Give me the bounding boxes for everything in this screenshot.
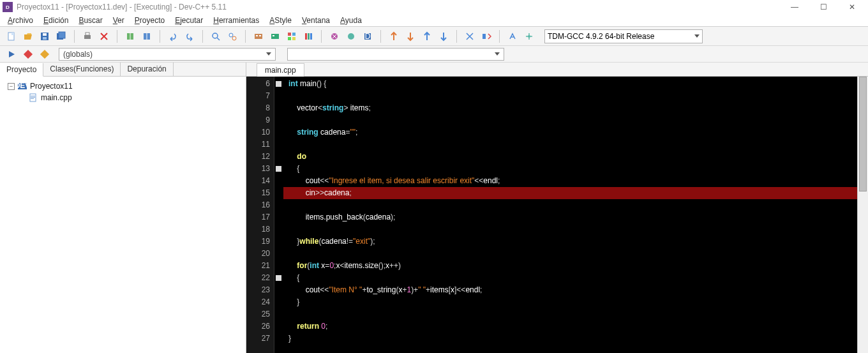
- svg-rect-30: [24, 49, 33, 58]
- minimize-button[interactable]: —: [786, 1, 804, 13]
- collapse-icon[interactable]: −: [8, 83, 15, 90]
- code-line[interactable]: [283, 90, 857, 102]
- svg-rect-7: [84, 35, 91, 39]
- svg-rect-1: [11, 33, 14, 35]
- code-line[interactable]: [283, 139, 857, 151]
- chevron-down-icon: [266, 52, 271, 56]
- insert-icon[interactable]: [523, 30, 535, 43]
- maximize-button[interactable]: ☐: [815, 1, 832, 13]
- panel-tab-0[interactable]: Proyecto: [0, 63, 43, 77]
- debug-step-icon[interactable]: [38, 48, 51, 61]
- code-line[interactable]: items.push_back(cadena);: [283, 211, 857, 223]
- comment-icon[interactable]: [463, 30, 476, 43]
- file-tab[interactable]: main.cpp: [257, 63, 304, 77]
- save-all-icon[interactable]: [55, 30, 68, 43]
- compile-icon[interactable]: [252, 30, 265, 43]
- code-line[interactable]: }while(cadena!="exit");: [283, 236, 857, 248]
- menu-ejecutar[interactable]: Ejecutar: [171, 15, 207, 26]
- code-line[interactable]: [283, 308, 857, 320]
- menu-herramientas[interactable]: Herramientas: [209, 15, 263, 26]
- save-icon[interactable]: [38, 30, 51, 43]
- code-line[interactable]: [283, 199, 857, 211]
- code-line[interactable]: [283, 248, 857, 260]
- close-button[interactable]: ✕: [844, 1, 860, 13]
- vertical-scrollbar[interactable]: [857, 77, 868, 353]
- code-line[interactable]: }: [283, 333, 857, 345]
- code-line[interactable]: for(int x=0;x<items.size();x++): [283, 260, 857, 272]
- code-content[interactable]: int main() { vector<string> items; strin…: [283, 77, 857, 353]
- svg-text:D: D: [365, 32, 371, 41]
- new-file-icon[interactable]: [5, 30, 18, 43]
- code-editor[interactable]: 6789101112131415161718192021222324252627…: [246, 77, 868, 353]
- menu-buscar[interactable]: Buscar: [75, 15, 106, 26]
- code-line[interactable]: cout<<"Ingrese el item, si desea salir e…: [283, 175, 857, 187]
- code-line[interactable]: [283, 114, 857, 126]
- svg-rect-37: [31, 98, 34, 99]
- code-line[interactable]: string cadena="";: [283, 126, 857, 139]
- astyle-icon[interactable]: [506, 30, 519, 43]
- menu-ayuda[interactable]: Ayuda: [336, 15, 366, 26]
- syntax-icon[interactable]: D: [361, 30, 374, 43]
- redo-icon[interactable]: [183, 30, 196, 43]
- panel-tab-2[interactable]: Depuración: [121, 63, 173, 76]
- code-line[interactable]: cin>>cadena;: [283, 187, 857, 199]
- svg-rect-31: [40, 49, 49, 58]
- code-line[interactable]: [283, 223, 857, 236]
- debug-icon[interactable]: [328, 30, 341, 43]
- menu-astyle[interactable]: AStyle: [266, 15, 296, 26]
- panel-tab-1[interactable]: Clases(Funciones): [43, 63, 121, 76]
- rebuild-icon[interactable]: [302, 30, 315, 43]
- compile-run-icon[interactable]: [285, 30, 298, 43]
- chevron-down-icon: [694, 34, 700, 38]
- svg-rect-36: [31, 97, 35, 98]
- code-line[interactable]: return 0;: [283, 320, 857, 333]
- code-line[interactable]: {: [283, 163, 857, 175]
- bookmark-icon[interactable]: [421, 30, 433, 43]
- cpp-file-icon: [28, 93, 38, 103]
- profile-icon[interactable]: [345, 30, 357, 43]
- uncomment-icon[interactable]: [480, 30, 493, 43]
- code-line[interactable]: {: [283, 272, 857, 284]
- book-icon[interactable]: [124, 30, 137, 43]
- class-select[interactable]: [287, 48, 504, 61]
- tree-project-row[interactable]: − DEV Proyectox11: [5, 80, 241, 92]
- menu-ventana[interactable]: Ventana: [298, 15, 334, 26]
- goto-next-icon[interactable]: [404, 30, 417, 43]
- menu-archivo[interactable]: Archivo: [4, 15, 37, 26]
- book2-icon[interactable]: [140, 30, 153, 43]
- code-line[interactable]: cout<<"Item N° "+to_string(x+1)+" "+item…: [283, 284, 857, 296]
- delete-icon[interactable]: [98, 30, 110, 43]
- debug-stop-icon[interactable]: [22, 48, 34, 61]
- menu-edición[interactable]: Edición: [40, 15, 72, 26]
- code-line[interactable]: do: [283, 151, 857, 163]
- debug-play-icon[interactable]: [5, 48, 18, 61]
- main-toolbar: D TDM-GCC 4.9.2 64-bit Release: [0, 27, 868, 46]
- find-icon[interactable]: [209, 30, 222, 43]
- code-line[interactable]: vector<string> items;: [283, 102, 857, 114]
- svg-rect-13: [256, 35, 258, 36]
- svg-rect-28: [483, 34, 486, 39]
- compiler-select[interactable]: TDM-GCC 4.9.2 64-bit Release: [544, 29, 703, 43]
- code-line[interactable]: int main() {: [283, 78, 857, 90]
- tree-file-row[interactable]: main.cpp: [5, 92, 241, 103]
- project-name: Proyectox11: [30, 82, 73, 91]
- svg-rect-22: [308, 33, 310, 40]
- open-icon[interactable]: [22, 30, 34, 43]
- scrollbar-thumb[interactable]: [859, 77, 867, 192]
- replace-icon[interactable]: [226, 30, 239, 43]
- title-bar: D Proyectox11 - [Proyectox11.dev] - [Exe…: [0, 0, 868, 14]
- undo-icon[interactable]: [167, 30, 179, 43]
- code-line[interactable]: }: [283, 296, 857, 308]
- svg-point-9: [213, 33, 218, 38]
- print-icon[interactable]: [81, 30, 94, 43]
- run-icon[interactable]: [269, 30, 281, 43]
- menu-proyecto[interactable]: Proyecto: [131, 15, 168, 26]
- menu-ver[interactable]: Ver: [109, 15, 128, 26]
- fold-column: [274, 77, 283, 353]
- svg-point-11: [232, 36, 236, 40]
- svg-rect-14: [259, 35, 261, 36]
- svg-rect-17: [288, 33, 291, 36]
- scope-select[interactable]: (globals): [59, 48, 276, 61]
- goto-prev-icon[interactable]: [387, 30, 400, 43]
- bookmark2-icon[interactable]: [437, 30, 450, 43]
